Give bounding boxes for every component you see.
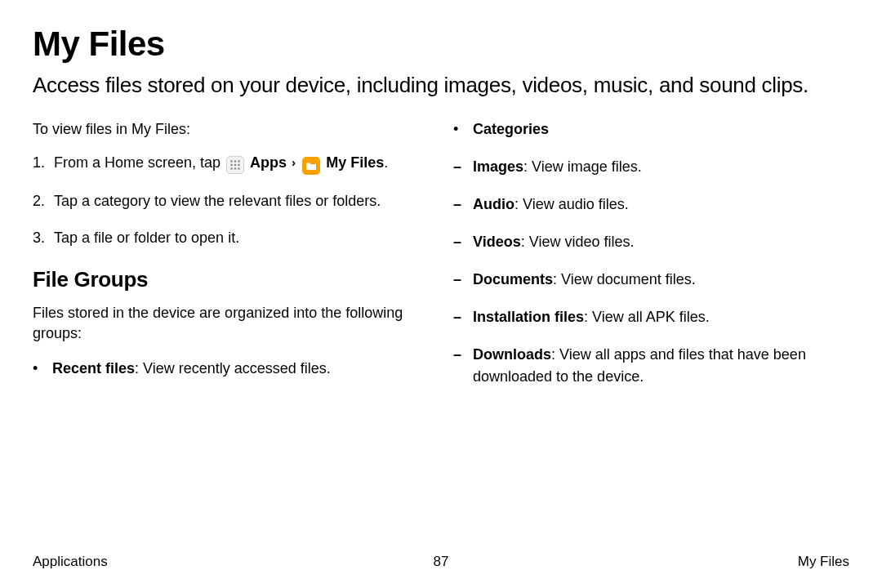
steps-list: From a Home screen, tap Apps › xyxy=(33,153,429,248)
step-1-period: . xyxy=(384,154,388,171)
categories-list: Images: View image files. Audio: View au… xyxy=(453,156,849,387)
svg-point-2 xyxy=(238,160,240,163)
dash-icon xyxy=(453,231,473,252)
recent-files-desc: : View recently accessed files. xyxy=(135,360,331,376)
list-item: Categories xyxy=(453,119,849,140)
list-item: Downloads: View all apps and files that … xyxy=(453,344,849,386)
svg-point-0 xyxy=(230,160,233,163)
instructions-lead: To view files in My Files: xyxy=(33,119,429,140)
list-item: Documents: View document files. xyxy=(453,269,849,290)
dash-icon xyxy=(453,269,473,290)
dash-icon xyxy=(453,306,473,327)
apps-icon xyxy=(226,156,244,174)
bullet-icon xyxy=(33,359,52,379)
file-groups-desc: Files stored in the device are organized… xyxy=(33,303,429,344)
svg-point-4 xyxy=(234,164,237,167)
list-item: Audio: View audio files. xyxy=(453,194,849,215)
svg-point-1 xyxy=(234,160,237,163)
footer-right: My Files xyxy=(798,554,849,570)
svg-point-5 xyxy=(238,164,240,167)
left-column: To view files in My Files: From a Home s… xyxy=(33,119,429,403)
page-subtitle: Access files stored on your device, incl… xyxy=(33,72,849,100)
chevron-right-icon: › xyxy=(292,155,296,169)
step-1-apps-label: Apps xyxy=(250,154,287,171)
step-1: From a Home screen, tap Apps › xyxy=(33,153,429,175)
list-item: Installation files: View all APK files. xyxy=(453,306,849,327)
dash-icon xyxy=(453,344,473,386)
step-3: Tap a file or folder to open it. xyxy=(33,228,429,248)
page-title: My Files xyxy=(33,24,849,64)
bullet-icon xyxy=(453,119,473,140)
footer-page-number: 87 xyxy=(434,554,449,570)
page-footer: Applications 87 My Files xyxy=(33,554,849,570)
dash-icon xyxy=(453,194,473,215)
dash-icon xyxy=(453,156,473,177)
folder-icon xyxy=(302,157,320,175)
right-column: Categories Images: View image files. Aud… xyxy=(453,119,849,403)
recent-files-label: Recent files xyxy=(52,360,135,376)
list-item: Videos: View video files. xyxy=(453,231,849,252)
svg-point-7 xyxy=(234,167,237,170)
svg-point-8 xyxy=(238,167,240,170)
footer-left: Applications xyxy=(33,554,108,570)
svg-point-6 xyxy=(230,167,233,170)
step-2: Tap a category to view the relevant file… xyxy=(33,191,429,212)
step-1-pre: From a Home screen, tap xyxy=(54,154,225,171)
content-columns: To view files in My Files: From a Home s… xyxy=(33,119,849,403)
file-groups-list: Recent files: View recently accessed fil… xyxy=(33,359,429,379)
list-item: Images: View image files. xyxy=(453,156,849,177)
step-1-myfiles-label: My Files xyxy=(326,154,384,171)
list-item: Recent files: View recently accessed fil… xyxy=(33,359,429,379)
file-groups-heading: File Groups xyxy=(33,265,429,294)
categories-bullet: Categories xyxy=(453,119,849,140)
categories-heading: Categories xyxy=(473,119,549,140)
svg-point-3 xyxy=(230,164,233,167)
